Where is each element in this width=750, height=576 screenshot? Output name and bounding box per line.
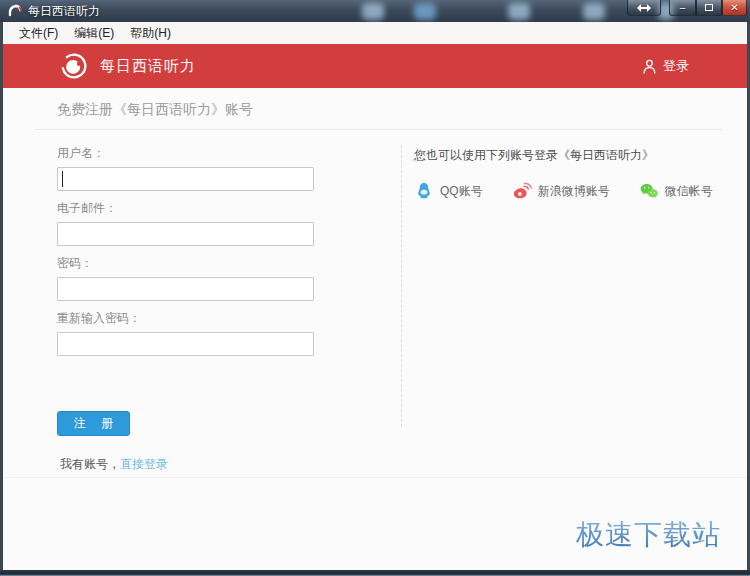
confirm-password-input[interactable]	[57, 332, 314, 356]
glass-reflection	[583, 3, 605, 20]
direct-login-link[interactable]: 直接登录	[120, 457, 168, 471]
confirm-password-label: 重新输入密码：	[57, 310, 357, 327]
app-header: 每日西语听力 登录	[3, 44, 747, 88]
divider	[3, 477, 747, 478]
app-brand-title: 每日西语听力	[100, 57, 196, 76]
text-caret	[62, 171, 63, 187]
menu-edit[interactable]: 编辑(E)	[66, 23, 122, 44]
menu-file[interactable]: 文件(F)	[11, 23, 66, 44]
close-icon: ✕	[730, 2, 738, 13]
qq-login-option[interactable]: QQ账号	[414, 181, 483, 201]
menu-bar: 文件(F) 编辑(E) 帮助(H)	[3, 22, 747, 44]
weibo-login-option[interactable]: 新浪微博账号	[512, 181, 610, 201]
email-input[interactable]	[57, 222, 314, 246]
password-input[interactable]	[57, 277, 314, 301]
registration-form: 用户名： 电子邮件： 密码： 重新输入密码： 注 册	[57, 145, 357, 436]
wechat-icon	[639, 181, 659, 201]
header-login-label: 登录	[663, 57, 689, 75]
have-account-row: 我有账号，直接登录	[60, 456, 168, 473]
password-label: 密码：	[57, 255, 357, 272]
titlebar: 每日西语听力 – ✕	[0, 0, 750, 22]
glass-reflection	[414, 3, 436, 20]
qq-icon	[414, 181, 434, 201]
app-icon	[7, 3, 23, 19]
user-icon	[641, 58, 658, 75]
window-title: 每日西语听力	[28, 3, 100, 20]
weibo-login-label: 新浪微博账号	[538, 183, 610, 200]
skin-toggle-button[interactable]	[627, 0, 661, 16]
username-label: 用户名：	[57, 145, 357, 162]
wechat-login-option[interactable]: 微信帐号	[639, 181, 713, 201]
wechat-login-label: 微信帐号	[665, 183, 713, 200]
minimize-icon: –	[680, 2, 686, 13]
glass-reflection	[508, 3, 530, 20]
main-content: 免费注册《每日西语听力》账号 用户名： 电子邮件： 密码： 重新输入密码：	[3, 88, 747, 570]
window-frame-bottom	[0, 570, 750, 576]
page-title: 免费注册《每日西语听力》账号	[3, 88, 747, 119]
glass-reflection	[362, 3, 384, 20]
social-login-title: 您也可以使用下列账号登录《每日西语听力》	[414, 147, 713, 164]
email-label: 电子邮件：	[57, 200, 357, 217]
watermark-text: 极速下载站	[576, 516, 721, 554]
close-button[interactable]: ✕	[722, 0, 747, 16]
logo-icon	[60, 52, 88, 80]
swap-arrows-icon	[637, 4, 651, 12]
username-input[interactable]	[57, 167, 314, 191]
have-account-text: 我有账号，	[60, 457, 120, 471]
register-button[interactable]: 注 册	[57, 411, 130, 436]
weibo-icon	[512, 181, 532, 201]
menu-help[interactable]: 帮助(H)	[122, 23, 179, 44]
maximize-icon	[705, 4, 713, 11]
header-login-button[interactable]: 登录	[641, 44, 689, 88]
minimize-button[interactable]: –	[669, 0, 696, 16]
maximize-button[interactable]	[696, 0, 722, 16]
qq-login-label: QQ账号	[440, 183, 483, 200]
social-login-panel: 您也可以使用下列账号登录《每日西语听力》 QQ账号	[402, 145, 713, 436]
app-window: 每日西语听力 – ✕ 文件(F) 编辑(E) 帮助(H) 每日西语听力	[0, 0, 750, 576]
